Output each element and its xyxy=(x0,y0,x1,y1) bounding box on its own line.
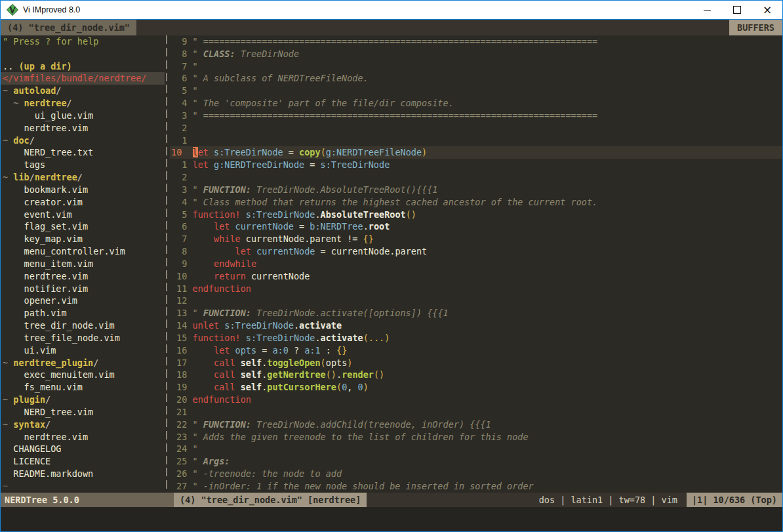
code-line[interactable]: 16 let opts = a:0 ? a:1 : {} xyxy=(170,344,782,357)
tree-row[interactable]: notifier.vim xyxy=(1,283,165,295)
code-line[interactable]: 22" FUNCTION: TreeDirNode.addChild(treen… xyxy=(170,419,782,431)
tree-row[interactable] xyxy=(1,48,165,60)
code-line[interactable]: 19 call self.putCursorHere(0, 0) xyxy=(170,381,782,394)
tree-row[interactable]: tree_dir_node.vim xyxy=(1,319,165,332)
tree-row[interactable]: README.markdown xyxy=(1,468,165,480)
code-line[interactable]: 1let g:NERDTreeDirNode = s:TreeDirNode xyxy=(170,159,782,171)
tree-row[interactable]: event.vim xyxy=(1,209,165,221)
code-line[interactable]: 2 xyxy=(170,171,782,184)
tree-row[interactable]: NERD_tree.vim xyxy=(1,406,165,419)
code-line[interactable]: 1 xyxy=(170,134,782,147)
tree-row[interactable]: ~ xyxy=(1,480,165,493)
token-file: bookmark.vim xyxy=(3,184,88,195)
token-txt: . xyxy=(336,369,342,380)
code-line[interactable]: 12 xyxy=(170,295,782,307)
token-cm: " xyxy=(193,308,203,318)
code-line[interactable]: 15function! s:TreeDirNode.activate(...) xyxy=(170,332,782,344)
tree-row[interactable]: NERD_tree.txt xyxy=(1,146,165,159)
code-line[interactable]: 14unlet s:TreeDirNode.activate xyxy=(170,319,782,332)
tree-row[interactable]: ~ plugin/ xyxy=(1,394,165,406)
code-line[interactable]: 17 call self.toggleOpen(opts) xyxy=(170,357,782,369)
code-line[interactable]: 10let s:TreeDirNode = copy(g:NERDTreeFil… xyxy=(170,146,782,159)
tree-row[interactable]: ui.vim xyxy=(1,344,165,357)
code-line[interactable]: 7" xyxy=(170,60,782,73)
token-txt xyxy=(193,246,235,256)
tree-row[interactable]: tags xyxy=(1,159,165,171)
maximize-button[interactable] xyxy=(722,1,752,19)
code-line[interactable]: 20endfunction xyxy=(170,394,782,406)
tree-row[interactable]: fs_menu.vim xyxy=(1,381,165,394)
code-line[interactable]: 18 call self.getNerdtree().render() xyxy=(170,369,782,381)
line-number: 8 xyxy=(171,48,187,60)
window-split-separator[interactable] xyxy=(165,35,170,493)
minimize-button[interactable] xyxy=(692,1,722,19)
tree-row[interactable]: nerdtree.vim xyxy=(1,122,165,134)
line-number: 25 xyxy=(171,455,187,468)
code-line[interactable]: 11endfunction xyxy=(170,283,782,295)
code-line[interactable]: 4" The 'composite' part of the file/dir … xyxy=(170,97,782,110)
tree-row[interactable]: creator.vim xyxy=(1,196,165,209)
tree-row[interactable]: opener.vim xyxy=(1,295,165,307)
code-line[interactable]: 9 endwhile xyxy=(170,258,782,270)
close-button[interactable]: × xyxy=(752,1,782,19)
tree-row[interactable]: ~ nerdtree_plugin/ xyxy=(1,357,165,369)
tree-row[interactable]: exec_menuitem.vim xyxy=(1,369,165,381)
code-line[interactable]: 23" Adds the given treenode to the list … xyxy=(170,431,782,443)
token-id: currentNode xyxy=(256,246,315,256)
token-file: path.vim xyxy=(3,308,67,318)
tree-row[interactable]: flag_set.vim xyxy=(1,220,165,233)
code-line[interactable]: 21 xyxy=(170,406,782,419)
tab-tree-dir-node[interactable]: (4) "tree_dir_node.vim" xyxy=(1,20,136,35)
code-line[interactable]: 6" A subclass of NERDTreeFileNode. xyxy=(170,72,782,85)
code-line[interactable]: 3" FUNCTION: TreeDirNode.AbsoluteTreeRoo… xyxy=(170,184,782,196)
token-txt xyxy=(193,369,214,380)
token-cm: " ======================================… xyxy=(193,110,598,121)
token-cm: " xyxy=(193,456,203,466)
code-line[interactable]: 9" =====================================… xyxy=(170,35,782,48)
tree-row[interactable]: ui_glue.vim xyxy=(1,110,165,122)
tree-row[interactable]: nerdtree.vim xyxy=(1,431,165,443)
tree-row[interactable]: tree_file_node.vim xyxy=(1,332,165,344)
tree-row[interactable]: </vimfiles/bundle/nerdtree/ xyxy=(1,72,165,85)
code-line[interactable]: 6 let currentNode = b:NERDTree.root xyxy=(170,220,782,233)
token-file: tree_file_node.vim xyxy=(3,333,120,343)
command-line[interactable] xyxy=(1,507,782,531)
code-line[interactable]: 5" xyxy=(170,85,782,97)
tree-row[interactable]: bookmark.vim xyxy=(1,184,165,196)
token-kw: endwhile xyxy=(214,258,256,269)
tree-row[interactable]: nerdtree.vim xyxy=(1,270,165,283)
code-line[interactable]: 8 let currentNode = currentNode.parent xyxy=(170,245,782,258)
code-line[interactable]: 13" FUNCTION: TreeDirNode.activate([opti… xyxy=(170,307,782,319)
tree-row[interactable]: .. (up a dir) xyxy=(1,60,165,73)
tree-row[interactable]: LICENCE xyxy=(1,455,165,468)
token-fn: copy xyxy=(299,147,321,157)
tree-row[interactable]: CHANGELOG xyxy=(1,443,165,455)
tree-row[interactable]: ~ autoload/ xyxy=(1,85,165,97)
token-file: key_map.vim xyxy=(3,234,83,244)
token-par: ( xyxy=(321,358,326,368)
token-txt: opts xyxy=(326,358,348,368)
code-line[interactable]: 7 while currentNode.parent != {} xyxy=(170,233,782,245)
code-line[interactable]: 4" Class method that returns the highest… xyxy=(170,196,782,209)
code-line[interactable]: 24" xyxy=(170,443,782,455)
code-line[interactable]: 25" Args: xyxy=(170,455,782,468)
tree-row[interactable]: " Press ? for help xyxy=(1,35,165,48)
code-line[interactable]: 26" -treenode: the node to add xyxy=(170,468,782,480)
tree-row[interactable]: menu_controller.vim xyxy=(1,245,165,258)
tree-row[interactable]: ~ syntax/ xyxy=(1,419,165,431)
code-line[interactable]: 27" -inOrder: 1 if the new node should b… xyxy=(170,480,782,493)
tree-row[interactable]: ~ nerdtree/ xyxy=(1,97,165,110)
code-line[interactable]: 2 xyxy=(170,122,782,134)
code-line[interactable]: 8" CLASS: TreeDirNode xyxy=(170,48,782,60)
token-txt xyxy=(230,221,235,232)
code-line[interactable]: 5function! s:TreeDirNode.AbsoluteTreeRoo… xyxy=(170,209,782,221)
code-line[interactable]: 3" =====================================… xyxy=(170,110,782,122)
tree-row[interactable]: path.vim xyxy=(1,307,165,319)
tree-row[interactable]: key_map.vim xyxy=(1,233,165,245)
code-line[interactable]: 10 return currentNode xyxy=(170,270,782,283)
tree-row[interactable]: menu_item.vim xyxy=(1,258,165,270)
token-file: ui.vim xyxy=(3,345,56,356)
tree-row[interactable]: ~ lib/nerdtree/ xyxy=(1,171,165,184)
tree-row[interactable]: ~ doc/ xyxy=(1,134,165,147)
token-slash: / xyxy=(45,394,50,405)
